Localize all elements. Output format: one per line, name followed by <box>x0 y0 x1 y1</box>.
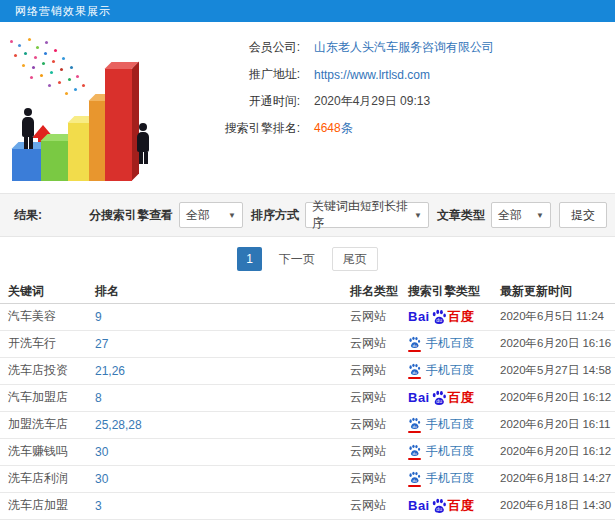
table-row: 洗车店利润30云网站 du 手机百度 2020年6月18日 14:27 <box>0 465 615 492</box>
baidu-paw-icon: du <box>431 309 447 325</box>
last-page-button[interactable]: 尾页 <box>332 247 378 271</box>
info-row-engine-rank: 搜索引擎排名: 4648条 <box>185 115 615 142</box>
confetti-dots-decoration <box>10 40 13 43</box>
sort-select[interactable]: 关键词由短到长排序 ▼ <box>305 202 429 228</box>
mobile-baidu-logo: du 手机百度 <box>408 443 474 460</box>
svg-text:du: du <box>436 506 442 512</box>
member-info-list: 会员公司: 山东老人头汽车服务咨询有限公司 推广地址: https://www.… <box>185 22 615 142</box>
cell-keyword: 洗车赚钱吗 <box>0 438 95 465</box>
cell-updated: 2020年6月18日 14:27 <box>500 465 615 492</box>
baidu-paw-underline <box>408 350 421 352</box>
baidu-paw-underline <box>408 377 421 379</box>
cell-engine: Bai du 百度 <box>408 303 500 330</box>
filter-bar: 结果: 分搜索引擎查看 全部 ▼ 排序方式 关键词由短到长排序 ▼ 文章类型 全… <box>0 193 615 237</box>
cell-engine: du 手机百度 <box>408 330 500 357</box>
engine-filter-value: 全部 <box>186 207 210 224</box>
info-row-company: 会员公司: 山东老人头汽车服务咨询有限公司 <box>185 34 615 61</box>
info-row-open-time: 开通时间: 2020年4月29日 09:13 <box>185 88 615 115</box>
cell-updated: 2020年6月5日 11:24 <box>500 303 615 330</box>
cell-engine: Bai du 百度 <box>408 492 500 519</box>
next-page-button[interactable]: 下一页 <box>270 247 324 271</box>
baidu-logo: Bai du 百度 <box>408 497 474 515</box>
header-engine-type: 搜索引擎类型 <box>408 281 500 303</box>
table-row: 汽车加盟店8云网站 Bai du 百度 2020年6月20日 16:12 <box>0 384 615 411</box>
info-section: 会员公司: 山东老人头汽车服务咨询有限公司 推广地址: https://www.… <box>0 22 615 193</box>
cell-updated: 2020年5月27日 14:58 <box>500 357 615 384</box>
engine-filter-label: 分搜索引擎查看 <box>89 207 173 224</box>
engine-rank-count: 4648 <box>314 121 341 135</box>
cell-rank-type: 云网站 <box>350 357 408 384</box>
cell-rank-type: 云网站 <box>350 411 408 438</box>
cell-keyword: 加盟洗车店 <box>0 411 95 438</box>
baidu-paw-icon: du <box>431 498 447 514</box>
baidu-logo: Bai du 百度 <box>408 389 474 407</box>
header-keyword: 关键词 <box>0 281 95 303</box>
cell-engine: du 手机百度 <box>408 357 500 384</box>
submit-button[interactable]: 提交 <box>559 202 607 228</box>
cell-rank-type: 云网站 <box>350 330 408 357</box>
baidu-paw-underline <box>408 458 421 460</box>
cell-engine: du 手机百度 <box>408 438 500 465</box>
baidu-paw-icon: du <box>408 336 421 352</box>
svg-text:du: du <box>412 423 416 428</box>
engine-rank-label: 搜索引擎排名: <box>185 120 300 137</box>
chevron-down-icon: ▼ <box>228 211 236 220</box>
mobile-baidu-logo: du 手机百度 <box>408 470 474 487</box>
engine-filter-select[interactable]: 全部 ▼ <box>179 202 243 228</box>
header-updated: 最新更新时间 <box>500 281 615 303</box>
cell-rank[interactable]: 30 <box>95 438 350 465</box>
cell-rank[interactable]: 3 <box>95 492 350 519</box>
cell-keyword: 汽车美容 <box>0 303 95 330</box>
cell-keyword: 洗车店投资 <box>0 357 95 384</box>
bar-green <box>41 141 69 181</box>
svg-text:du: du <box>436 317 442 323</box>
mobile-baidu-logo: du 手机百度 <box>408 335 474 352</box>
cell-rank[interactable]: 30 <box>95 465 350 492</box>
businessman-figure-left <box>22 108 34 149</box>
company-name-link[interactable]: 山东老人头汽车服务咨询有限公司 <box>314 39 494 56</box>
sort-label: 排序方式 <box>251 207 299 224</box>
cell-rank[interactable]: 25,28,28 <box>95 411 350 438</box>
page-title: 网络营销效果展示 <box>15 5 111 17</box>
cell-rank[interactable]: 8 <box>95 384 350 411</box>
chevron-down-icon: ▼ <box>536 211 544 220</box>
businessman-figure-right <box>137 123 149 164</box>
marketing-chart-illustration <box>0 26 180 186</box>
baidu-paw-underline <box>408 485 421 487</box>
article-type-select[interactable]: 全部 ▼ <box>491 202 551 228</box>
table-row: 开洗车行27云网站 du 手机百度 2020年6月20日 16:16 <box>0 330 615 357</box>
table-row: 洗车店投资21,26云网站 du 手机百度 2020年5月27日 14:58 <box>0 357 615 384</box>
cell-keyword: 洗车店加盟 <box>0 492 95 519</box>
header-rank-type: 排名类型 <box>350 281 408 303</box>
baidu-paw-icon: du <box>431 390 447 406</box>
cell-rank[interactable]: 27 <box>95 330 350 357</box>
info-row-url: 推广地址: https://www.lrtlsd.com <box>185 61 615 88</box>
mobile-baidu-logo: du 手机百度 <box>408 362 474 379</box>
svg-text:du: du <box>412 342 416 347</box>
sort-value: 关键词由短到长排序 <box>312 198 408 232</box>
cell-updated: 2020年6月20日 16:11 <box>500 411 615 438</box>
cell-engine: du 手机百度 <box>408 411 500 438</box>
table-row: 汽车美容9云网站 Bai du 百度 2020年6月5日 11:24 <box>0 303 615 330</box>
svg-text:du: du <box>412 369 416 374</box>
cell-updated: 2020年6月20日 16:12 <box>500 384 615 411</box>
chevron-down-icon: ▼ <box>414 211 422 220</box>
page-button-current[interactable]: 1 <box>237 247 262 271</box>
svg-text:du: du <box>412 450 416 455</box>
open-time-label: 开通时间: <box>185 93 300 110</box>
mobile-baidu-logo: du 手机百度 <box>408 416 474 433</box>
promotion-url-label: 推广地址: <box>185 66 300 83</box>
page: 网络营销效果展示 <box>0 0 615 520</box>
promotion-url-link[interactable]: https://www.lrtlsd.com <box>314 68 430 82</box>
cell-rank-type: 云网站 <box>350 465 408 492</box>
header-rank: 排名 <box>95 281 350 303</box>
cell-rank[interactable]: 21,26 <box>95 357 350 384</box>
cell-rank[interactable]: 9 <box>95 303 350 330</box>
bar-red <box>105 69 132 181</box>
article-type-value: 全部 <box>498 207 522 224</box>
table-row: 洗车店加盟3云网站 Bai du 百度 2020年6月18日 14:30 <box>0 492 615 519</box>
cell-engine: Bai du 百度 <box>408 384 500 411</box>
company-label: 会员公司: <box>185 39 300 56</box>
table-row: 洗车赚钱吗30云网站 du 手机百度 2020年6月20日 16:12 <box>0 438 615 465</box>
baidu-paw-underline <box>408 431 421 433</box>
